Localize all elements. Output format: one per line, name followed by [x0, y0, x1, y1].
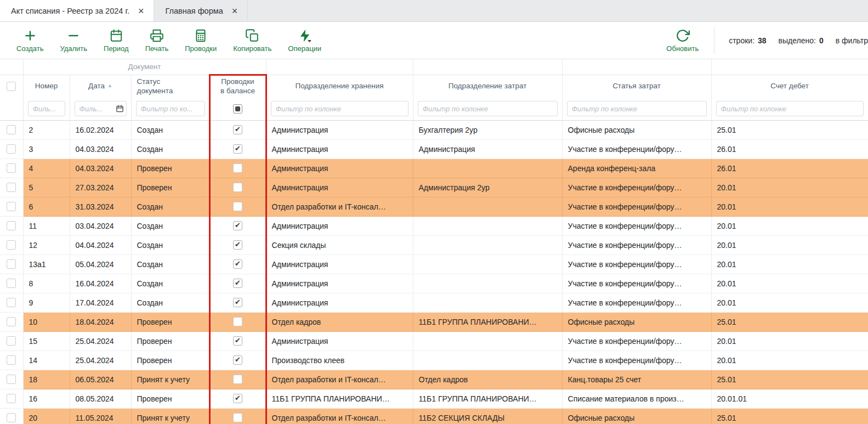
cell-doc-status: Проверен — [131, 350, 209, 370]
table-row[interactable]: 2011.05.2024Принят к учетуОтдел разработ… — [0, 408, 868, 424]
posted-checkbox[interactable] — [233, 183, 242, 192]
filter-debit-account-input[interactable] — [716, 101, 864, 116]
cell-date: 18.04.2024 — [70, 312, 131, 331]
filter-cost-department-input[interactable] — [418, 101, 558, 116]
calendar-icon — [109, 29, 123, 43]
cell-cost-department — [413, 216, 562, 235]
table-row[interactable]: 917.04.2024СозданАдминистрацияУчастие в … — [0, 293, 868, 312]
col-header-date[interactable]: Дата▲ — [70, 75, 131, 98]
table-row[interactable]: 304.03.2024СозданАдминистрацияАдминистра… — [0, 139, 868, 159]
table-row[interactable]: 816.04.2024СозданАдминистрацияУчастие в … — [0, 274, 868, 293]
col-header-doc-status[interactable]: Статус документа — [131, 75, 209, 98]
posted-checkbox[interactable] — [233, 240, 242, 250]
cell-debit-account: 20.01 — [711, 293, 868, 312]
row-select-checkbox[interactable] — [7, 375, 16, 384]
posted-checkbox[interactable] — [233, 163, 242, 173]
posted-checkbox[interactable] — [233, 394, 242, 403]
postings-button[interactable]: Проводки — [185, 29, 217, 53]
filter-number-input[interactable] — [28, 101, 65, 116]
cell-storage-department: Администрация — [266, 255, 413, 274]
row-select-checkbox[interactable] — [7, 221, 16, 230]
row-select-checkbox[interactable] — [7, 298, 16, 307]
filter-postings-checkbox[interactable] — [233, 104, 242, 114]
row-select-checkbox[interactable] — [7, 279, 16, 288]
row-select-cell — [0, 274, 23, 293]
create-button[interactable]: Создать — [16, 29, 43, 53]
cell-cost-item: Офисные расходы — [562, 408, 711, 424]
posted-checkbox[interactable] — [233, 279, 242, 288]
close-icon[interactable]: × — [232, 6, 238, 16]
group-cell — [413, 59, 562, 75]
table-row[interactable]: 1204.04.2024СозданСекция складыУчастие в… — [0, 235, 868, 255]
table-row[interactable]: 404.03.2024ПроверенАдминистрацияАренда к… — [0, 159, 868, 178]
table-row[interactable]: 1806.05.2024Принят к учетуОтдел разработ… — [0, 370, 868, 389]
row-select-cell — [0, 389, 23, 408]
cell-postings-balance — [209, 331, 266, 350]
delete-button[interactable]: Удалить — [60, 29, 87, 53]
stat-selected: выделено:0 — [779, 36, 824, 45]
table-row[interactable]: 1018.04.2024ПроверенОтдел кадров11Б1 ГРУ… — [0, 312, 868, 331]
col-header-debit-account[interactable]: Счет дебет — [711, 75, 868, 98]
tab-act-spisaniya[interactable]: Акт списания - Реестр за 2024 г. × — [0, 0, 154, 21]
refresh-label: Обновить — [666, 44, 699, 53]
posted-checkbox[interactable] — [233, 221, 242, 230]
posted-checkbox[interactable] — [233, 202, 242, 211]
row-select-checkbox[interactable] — [7, 413, 16, 422]
row-select-checkbox[interactable] — [7, 144, 16, 154]
row-select-checkbox[interactable] — [7, 394, 16, 403]
table-row[interactable]: 1103.04.2024СозданАдминистрацияУчастие в… — [0, 216, 868, 235]
cell-postings-balance — [209, 139, 266, 159]
tab-bar: Акт списания - Реестр за 2024 г. × Главн… — [0, 0, 868, 22]
col-header-storage-department[interactable]: Подразделение хранения — [266, 75, 413, 98]
refresh-button[interactable]: Обновить — [666, 29, 699, 53]
row-select-checkbox[interactable] — [7, 125, 16, 134]
posted-checkbox[interactable] — [233, 355, 242, 365]
posted-checkbox[interactable] — [233, 259, 242, 269]
row-select-checkbox[interactable] — [7, 259, 16, 269]
cell-storage-department: Администрация — [266, 159, 413, 178]
posted-checkbox[interactable] — [233, 298, 242, 307]
row-select-checkbox[interactable] — [7, 202, 16, 211]
cell-cost-item: Участие в конференции/фору… — [562, 216, 711, 235]
cell-doc-status: Проверен — [131, 159, 209, 178]
cell-debit-account: 26.01 — [711, 139, 868, 159]
posted-checkbox[interactable] — [233, 375, 242, 384]
filter-cost-item-input[interactable] — [567, 101, 707, 116]
posted-checkbox[interactable] — [233, 413, 242, 422]
col-header-cost-department[interactable]: Подразделение затрат — [413, 75, 562, 98]
table-row[interactable]: 1525.04.2024ПроверенАдминистрацияУчастие… — [0, 331, 868, 350]
row-select-checkbox[interactable] — [7, 317, 16, 326]
posted-checkbox[interactable] — [233, 317, 242, 326]
posted-checkbox[interactable] — [233, 336, 242, 346]
posted-checkbox[interactable] — [233, 125, 242, 134]
col-header-number[interactable]: Номер — [23, 75, 70, 98]
filter-doc-status-input[interactable] — [136, 101, 205, 116]
operations-button[interactable]: Операции — [288, 29, 321, 53]
row-select-checkbox[interactable] — [7, 336, 16, 346]
row-select-checkbox[interactable] — [7, 163, 16, 173]
table-row[interactable]: 216.02.2024СозданАдминистрацияБухгалтери… — [0, 120, 868, 139]
calendar-icon[interactable] — [116, 105, 124, 113]
group-cell — [562, 59, 711, 75]
table-row[interactable]: 527.03.2024ПроверенАдминистрацияАдминист… — [0, 178, 868, 197]
tab-glavnaya-forma[interactable]: Главная форма × — [154, 0, 248, 21]
table-row[interactable]: 13а105.04.2024СозданАдминистрацияУчастие… — [0, 255, 868, 274]
col-header-postings-balance[interactable]: Проводки в балансе — [209, 75, 266, 98]
copy-button[interactable]: Копировать — [233, 29, 271, 53]
table-row[interactable]: 1608.05.2024Проверен11Б1 ГРУППА ПЛАНИРОВ… — [0, 389, 868, 408]
cell-cost-department: Администрация 2ур — [413, 178, 562, 197]
table-row[interactable]: 1425.04.2024ПроверенПроизводство клеевУч… — [0, 350, 868, 370]
row-select-cell — [0, 350, 23, 370]
row-select-checkbox[interactable] — [7, 183, 16, 192]
table-row[interactable]: 631.03.2024СозданОтдел разработки и IT-к… — [0, 197, 868, 216]
cell-cost-item: Аренда конференц-зала — [562, 159, 711, 178]
col-header-cost-item[interactable]: Статья затрат — [562, 75, 711, 98]
print-button[interactable]: Печать — [145, 29, 169, 53]
posted-checkbox[interactable] — [233, 144, 242, 154]
select-all-checkbox[interactable] — [7, 82, 16, 91]
filter-storage-department-input[interactable] — [271, 101, 409, 116]
close-icon[interactable]: × — [138, 6, 144, 16]
period-button[interactable]: Период — [104, 29, 129, 53]
row-select-checkbox[interactable] — [7, 355, 16, 365]
row-select-checkbox[interactable] — [7, 240, 16, 250]
